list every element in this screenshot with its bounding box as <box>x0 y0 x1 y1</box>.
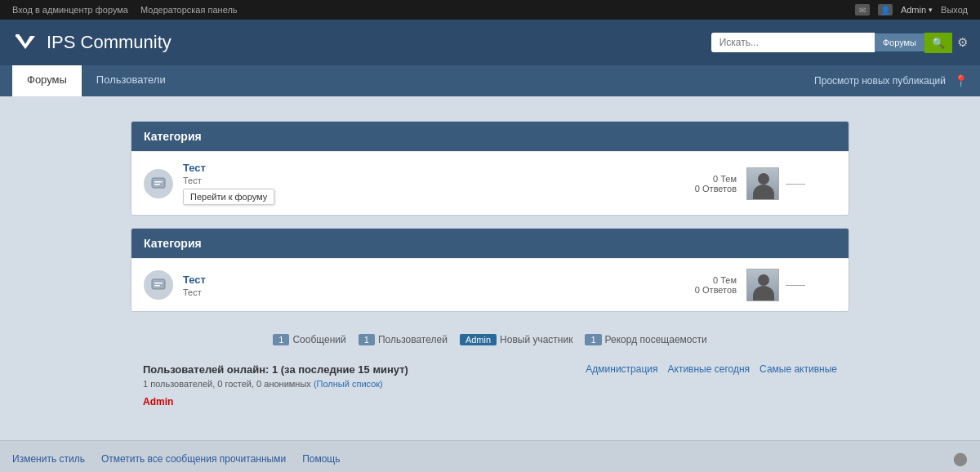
topics-count-1: 0 Тем <box>663 174 737 184</box>
footer-circle-icon: ⬤ <box>953 451 968 466</box>
forum-row-2: Тест Тест 0 Тем 0 Ответов —— <box>131 258 849 311</box>
forum-desc-2: Тест <box>183 287 653 297</box>
stats-bar: 1 Сообщений 1 Пользователей Admin Новый … <box>131 324 849 355</box>
logo-text: IPS Community <box>47 32 172 53</box>
forum-icon-1 <box>144 169 173 198</box>
logout-link[interactable]: Выход <box>941 5 968 15</box>
forum-stats-2: 0 Тем 0 Ответов <box>663 275 737 295</box>
search-scope-button[interactable]: Форумы <box>875 33 924 51</box>
gear-icon-button[interactable]: ⚙ <box>957 35 968 50</box>
help-link[interactable]: Помощь <box>302 453 340 465</box>
messages-label: Сообщений <box>292 334 345 345</box>
online-users: Admin <box>143 395 837 407</box>
svg-rect-2 <box>152 178 165 188</box>
full-list-link[interactable]: (Полный список) <box>314 379 383 389</box>
footer-bar: Изменить стиль Отметить все сообщения пр… <box>0 440 980 472</box>
top-bar: Вход в админцентр форума Модераторская п… <box>0 0 980 20</box>
nav-bar: Форумы Пользователи Просмотр новых публи… <box>0 65 980 96</box>
search-input[interactable] <box>711 33 875 52</box>
online-header: Пользователей онлайн: 1 (за последние 15… <box>143 363 837 389</box>
bell-icon[interactable]: 👤 <box>878 4 893 16</box>
online-detail: 1 пользователей, 0 гостей, 0 анонимных (… <box>143 379 408 389</box>
top-bar-right: ✉ 👤 Admin Выход <box>855 4 968 16</box>
svg-rect-4 <box>154 181 163 183</box>
replies-count-2: 0 Ответов <box>663 285 737 295</box>
users-badge: 1 <box>359 334 375 345</box>
tab-forums[interactable]: Форумы <box>12 65 82 96</box>
admin-user-menu[interactable]: Admin <box>901 5 933 15</box>
new-member-name: Admin <box>460 334 497 345</box>
header: IPS Community Форумы 🔍 ⚙ <box>0 20 980 65</box>
search-area: Форумы 🔍 ⚙ <box>711 33 968 53</box>
last-post-dash-1: —— <box>786 178 805 189</box>
record-badge: 1 <box>585 334 601 345</box>
last-post-avatar-2 <box>746 269 779 301</box>
new-posts-link[interactable]: Просмотр новых публикаций <box>814 75 946 87</box>
users-label: Пользователей <box>378 334 448 345</box>
last-post-avatar-1 <box>746 167 779 200</box>
nav-tabs: Форумы Пользователи <box>12 65 180 96</box>
mark-read-link[interactable]: Отметить все сообщения прочитанными <box>101 453 286 465</box>
forum-info-1: Тест Тест Перейти к форуму <box>183 162 653 205</box>
administration-link[interactable]: Администрация <box>586 363 657 375</box>
tab-users[interactable]: Пользователи <box>82 65 180 96</box>
stat-users: 1 Пользователей <box>359 334 448 345</box>
footer-links: Изменить стиль Отметить все сообщения пр… <box>12 453 341 465</box>
category-header-1: Категория <box>131 122 849 151</box>
moderator-panel-link[interactable]: Модераторская панель <box>140 5 238 15</box>
forum-last-post-2: —— <box>746 269 836 301</box>
replies-count-1: 0 Ответов <box>663 184 737 194</box>
logo: IPS Community <box>12 29 172 56</box>
topics-count-2: 0 Тем <box>663 275 737 285</box>
category-header-2: Категория <box>131 229 849 258</box>
stat-record: 1 Рекорд посещаемости <box>585 334 706 345</box>
nav-right: Просмотр новых публикаций 📍 <box>814 74 968 87</box>
svg-rect-5 <box>154 184 160 185</box>
online-right: Администрация Активные сегодня Самые акт… <box>586 363 837 375</box>
forum-info-2: Тест Тест <box>183 274 653 297</box>
admin-center-link[interactable]: Вход в админцентр форума <box>12 5 128 15</box>
online-user-admin[interactable]: Admin <box>143 396 173 407</box>
stat-new-member: Admin Новый участник <box>460 334 573 345</box>
svg-rect-6 <box>152 279 165 289</box>
most-active-link[interactable]: Самые активные <box>760 363 837 375</box>
online-left: Пользователей онлайн: 1 (за последние 15… <box>143 363 408 389</box>
change-style-link[interactable]: Изменить стиль <box>12 453 85 465</box>
svg-rect-9 <box>154 285 160 287</box>
search-submit-button[interactable]: 🔍 <box>924 33 952 53</box>
envelope-icon[interactable]: ✉ <box>855 4 870 16</box>
forum-tooltip-1: Перейти к форуму <box>183 189 274 205</box>
forum-last-post-1: —— <box>746 167 836 200</box>
messages-badge: 1 <box>273 334 289 345</box>
forum-title-1[interactable]: Тест <box>183 162 206 174</box>
new-member-label: Новый участник <box>500 334 572 345</box>
online-section: Пользователей онлайн: 1 (за последние 15… <box>131 355 849 416</box>
forum-title-2[interactable]: Тест <box>183 274 206 286</box>
category-block-1: Категория Тест Тест Перейти к форуму <box>131 121 849 216</box>
last-post-dash-2: —— <box>786 279 805 291</box>
online-title: Пользователей онлайн: 1 (за последние 15… <box>143 363 408 376</box>
category-block-2: Категория Тест Тест 0 Тем 0 Ответо <box>131 228 849 312</box>
forum-desc-1: Тест <box>183 176 653 185</box>
svg-rect-1 <box>16 34 20 37</box>
content-wrapper: Категория Тест Тест Перейти к форуму <box>131 109 849 428</box>
forum-icon-2 <box>144 270 173 300</box>
svg-rect-8 <box>154 283 163 284</box>
forum-row-1: Тест Тест Перейти к форуму 0 Тем 0 Ответ… <box>131 151 849 215</box>
active-today-link[interactable]: Активные сегодня <box>668 363 751 375</box>
forum-stats-1: 0 Тем 0 Ответов <box>663 174 737 194</box>
main-content: Категория Тест Тест Перейти к форуму <box>0 96 980 440</box>
logo-icon <box>12 29 38 56</box>
top-bar-left: Вход в админцентр форума Модераторская п… <box>12 5 238 15</box>
pin-icon: 📍 <box>954 74 968 87</box>
stat-messages: 1 Сообщений <box>273 334 345 345</box>
svg-marker-0 <box>16 36 35 49</box>
record-label: Рекорд посещаемости <box>605 334 707 345</box>
